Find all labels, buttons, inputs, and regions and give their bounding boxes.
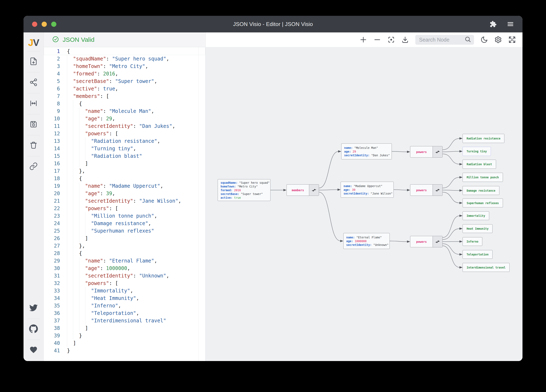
graph-node-l5[interactable]: Damage resistance — [462, 186, 499, 195]
code-line[interactable]: 11"secretIdentity": "Dan Jukes", — [44, 122, 205, 130]
token-k: "powers" — [85, 280, 109, 286]
code-line[interactable]: 5"secretBase": "Super tower", — [44, 77, 205, 85]
graph-node-l4[interactable]: Million tonne punch — [462, 173, 503, 182]
dark-mode-button[interactable] — [481, 36, 488, 44]
code-line[interactable]: 7"members": [ — [44, 93, 205, 100]
code-line[interactable]: 1{ — [44, 48, 205, 55]
logo-v: V — [33, 37, 39, 48]
graph-node-l3[interactable]: Radiation blast — [462, 160, 496, 169]
github-button[interactable] — [24, 322, 44, 337]
graph-node-l10[interactable]: Teleportation — [462, 250, 493, 259]
graph-node-p3[interactable]: powers — [410, 236, 442, 247]
indent-guide — [79, 317, 85, 324]
graph-node-root[interactable]: squadName: "Super hero squad"homeTown: "… — [218, 179, 271, 201]
collapse-button[interactable] — [433, 184, 442, 196]
collapse-button[interactable] — [433, 146, 442, 157]
download-button[interactable] — [401, 36, 409, 44]
graph-node-p2[interactable]: powers — [410, 184, 442, 196]
code-line[interactable]: 15"Radiation blast" — [44, 152, 205, 160]
code-line[interactable]: 10"age": 29, — [44, 115, 205, 122]
code-line[interactable]: 16] — [44, 160, 205, 167]
indent-guide — [73, 107, 79, 115]
center-view-button[interactable] — [24, 96, 44, 111]
code-line[interactable]: 34"Heat Immunity", — [44, 295, 205, 302]
code-line[interactable]: 13"Radiation resistance", — [44, 137, 205, 145]
code-line[interactable]: 38] — [44, 324, 205, 332]
code-line[interactable]: 39} — [44, 332, 205, 339]
zoom-in-button[interactable] — [360, 36, 367, 44]
token-p: ] — [73, 340, 76, 346]
graph-node-members[interactable]: members — [286, 184, 319, 196]
code-line[interactable]: 41} — [44, 347, 205, 354]
json-editor[interactable]: 1{2"squadName": "Super hero squad",3"hom… — [44, 47, 205, 361]
code-line[interactable]: 8{ — [44, 100, 205, 107]
graph-node-l6[interactable]: Superhuman reflexes — [462, 198, 503, 208]
new-file-button[interactable] — [24, 54, 44, 69]
line-number: 32 — [44, 279, 67, 287]
fullscreen-button[interactable] — [508, 36, 516, 44]
code-line[interactable]: 31"secretIdentity": "Unknown", — [44, 272, 205, 279]
code-line[interactable]: 6"active": true, — [44, 85, 205, 93]
search-input[interactable] — [419, 37, 464, 43]
code-line[interactable]: 24"Damage resistance", — [44, 220, 205, 227]
collapse-button[interactable] — [309, 184, 319, 196]
graph-node-p1[interactable]: powers — [410, 146, 442, 158]
edge-arrowhead — [340, 240, 343, 242]
code-line[interactable]: 35"Inferno", — [44, 302, 205, 310]
code-line[interactable]: 9"name": "Molecule Man", — [44, 107, 205, 115]
extension-icon[interactable] — [490, 21, 497, 28]
code-line[interactable]: 18{ — [44, 175, 205, 182]
indent-guide — [67, 190, 73, 197]
app-logo[interactable]: JV — [28, 37, 39, 48]
code-line[interactable]: 3"homeTown": "Metro City", — [44, 63, 205, 70]
code-line[interactable]: 21"secretIdentity": "Jane Wilson", — [44, 197, 205, 205]
code-line[interactable]: 22"powers": [ — [44, 205, 205, 212]
code-line[interactable]: 40] — [44, 339, 205, 347]
graph-canvas[interactable]: squadName: "Super hero squad"homeTown: "… — [206, 47, 522, 361]
graph-node-l7[interactable]: Immortality — [462, 211, 489, 220]
share-button[interactable] — [24, 75, 44, 90]
code-line[interactable]: 28{ — [44, 250, 205, 257]
code-line[interactable]: 20"age": 39, — [44, 190, 205, 197]
graph-node-m2[interactable]: name: "Madame Uppercut"age: 39secretIden… — [341, 182, 394, 198]
graph-node-m3[interactable]: name: "Eternal Flame"age: 1000000secretI… — [343, 233, 390, 249]
code-line[interactable]: 12"powers": [ — [44, 130, 205, 137]
graph-node-l9[interactable]: Inferno — [462, 237, 482, 246]
code-line[interactable]: 36"Teleportation", — [44, 310, 205, 317]
graph-node-l2[interactable]: Turning tiny — [462, 147, 491, 156]
code-line[interactable]: 26] — [44, 235, 205, 242]
code-line[interactable]: 23"Million tonne punch", — [44, 212, 205, 220]
sponsor-button[interactable] — [24, 343, 44, 358]
graph-node-l11[interactable]: Interdimensional travel — [462, 263, 510, 272]
code-line[interactable]: 37"Interdimensional travel" — [44, 317, 205, 324]
delete-button[interactable] — [24, 138, 44, 153]
graph-node-l1[interactable]: Radiation resistance — [462, 134, 504, 143]
code-line[interactable]: 25"Superhuman reflexes" — [44, 227, 205, 235]
code-line[interactable]: 32"powers": [ — [44, 279, 205, 287]
token-p: : — [100, 116, 106, 122]
graph-node-m1[interactable]: name: "Molecule Man"age: 29secretIdentit… — [341, 143, 392, 159]
code-line[interactable]: 33"Immortality", — [44, 287, 205, 295]
code-line[interactable]: 4"formed": 2016, — [44, 70, 205, 77]
code-line[interactable]: 2"squadName": "Super hero squad", — [44, 55, 205, 63]
search-icon[interactable] — [464, 36, 471, 44]
collapse-button[interactable] — [433, 236, 442, 247]
token-p: ] — [85, 235, 88, 241]
graph-node-l8[interactable]: Heat Immunity — [462, 224, 493, 233]
code-line[interactable]: 14"Turning tiny", — [44, 145, 205, 152]
zoom-out-button[interactable] — [373, 36, 381, 44]
code-line[interactable]: 29"name": "Eternal Flame", — [44, 257, 205, 265]
token-s: "Radiation blast" — [91, 153, 142, 159]
code-line[interactable]: 30"age": 1000000, — [44, 265, 205, 272]
settings-button[interactable] — [494, 36, 502, 44]
code-line[interactable]: 17}, — [44, 167, 205, 175]
code-line[interactable]: 27}, — [44, 242, 205, 250]
menu-icon[interactable] — [507, 20, 514, 28]
copy-link-button[interactable] — [24, 159, 44, 174]
code-line[interactable]: 19"name": "Madame Uppercut", — [44, 182, 205, 190]
twitter-button[interactable] — [24, 301, 44, 316]
editor-scrollbar[interactable] — [198, 47, 199, 361]
focus-button[interactable] — [387, 36, 395, 44]
token-k: "secretIdentity" — [85, 123, 133, 129]
save-button[interactable] — [24, 117, 44, 132]
